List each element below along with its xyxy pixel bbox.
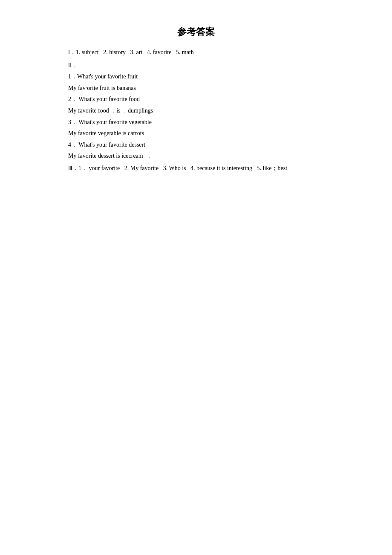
section-ii-item-2-question: 2． What's your favorite food [68, 94, 324, 105]
section-ii-item-3-question: 3． What's your favorite vegetable [68, 117, 324, 128]
section-ii-item-2-answer: My favorite food ．is ．dumplings [68, 105, 324, 117]
roman-i: Ⅰ [68, 49, 70, 55]
section-ii-item-1-answer: My fav·orite fruit is bananas [68, 83, 324, 94]
section-iii: Ⅲ．1． your favorite 2. My favorite 3. Who… [68, 163, 324, 174]
section-ii: Ⅱ． 1．What's your favorite fruit My fav·o… [68, 60, 324, 162]
page: 参考答案 Ⅰ．1. subject 2. history 3. art 4. f… [0, 0, 392, 555]
section-i-header: Ⅰ．1. subject 2. history 3. art 4. favori… [68, 47, 324, 58]
section-ii-item-4-question: 4． What's your favorite dessert [68, 139, 324, 151]
page-title: 参考答案 [68, 26, 324, 38]
section-ii-item-1-question: 1．What's your favorite fruit [68, 71, 324, 83]
section-iii-content: Ⅲ．1． your favorite 2. My favorite 3. Who… [68, 163, 324, 174]
roman-ii: Ⅱ [68, 62, 71, 69]
section-ii-item-4-answer: My favorite dessert is icecream ． [68, 150, 324, 162]
section-ii-item-3-answer: My favorite vegetable is carrots [68, 128, 324, 139]
roman-iii: Ⅲ [68, 165, 72, 171]
section-ii-header: Ⅱ． [68, 60, 324, 72]
section-i: Ⅰ．1. subject 2. history 3. art 4. favori… [68, 47, 324, 58]
